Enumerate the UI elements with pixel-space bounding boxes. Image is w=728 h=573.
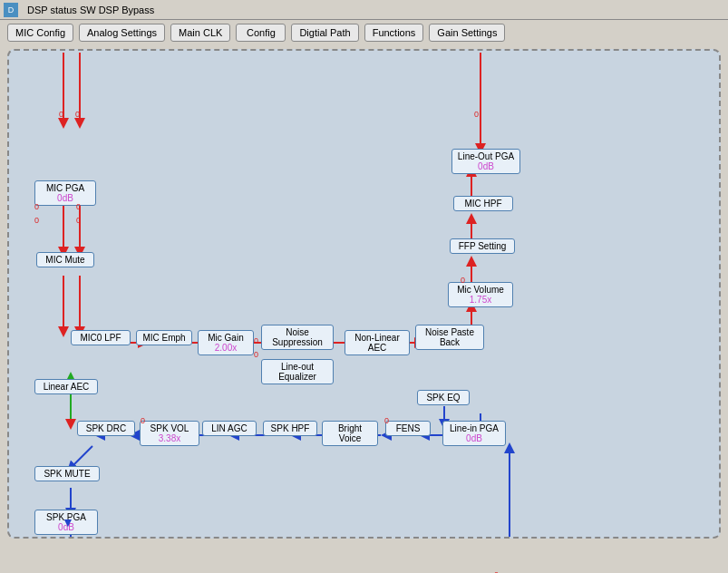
red-val-mic-pga-left: 0 bbox=[34, 202, 39, 211]
red-val-mic-pga-right: 0 bbox=[76, 202, 81, 211]
lin-agc-block[interactable]: LIN AGC bbox=[202, 421, 257, 436]
tab-functions[interactable]: Functions bbox=[364, 24, 424, 42]
main-area: Line-Out PGA 0dB MIC HPF FFP Setting Mic… bbox=[7, 49, 721, 539]
tab-digital-path[interactable]: Digtial Path bbox=[291, 24, 358, 42]
title-bar: D DSP status SW DSP Bypass bbox=[0, 0, 728, 20]
red-val-top-left-1: 0 bbox=[59, 110, 63, 119]
mic-hpf-block[interactable]: MIC HPF bbox=[453, 196, 513, 211]
noise-paste-back-block[interactable]: Noise Paste Back bbox=[415, 325, 484, 350]
noise-suppression-block[interactable]: Noise Suppression bbox=[261, 325, 334, 350]
fens-block[interactable]: FENS bbox=[385, 421, 431, 436]
mic0-lpf-block[interactable]: MIC0 LPF bbox=[71, 330, 131, 345]
spk-mute-block[interactable]: SPK MUTE bbox=[34, 466, 100, 481]
mic-mute-block[interactable]: MIC Mute bbox=[36, 252, 94, 267]
red-val-noise-bot: 0 bbox=[254, 350, 258, 359]
spk-hpf-block[interactable]: SPK HPF bbox=[263, 421, 317, 436]
bottom-left-arrow: ▼ bbox=[62, 515, 74, 529]
red-val-fens: 0 bbox=[384, 416, 389, 425]
red-val-mic-vol: 0 bbox=[461, 276, 465, 285]
red-val-top-left-2: 0 bbox=[75, 110, 80, 119]
red-val-mic-pga-right2: 0 bbox=[76, 216, 81, 225]
arrows-overlay bbox=[9, 51, 719, 537]
red-val-noise-top: 0 bbox=[254, 336, 258, 345]
tab-main-clk[interactable]: Main CLK bbox=[170, 24, 230, 42]
toolbar: MIC Config Analog Settings Main CLK Conf… bbox=[0, 20, 728, 45]
bright-voice-block[interactable]: Bright Voice bbox=[322, 421, 378, 446]
line-out-eq-block[interactable]: Line-out Equalizer bbox=[261, 359, 334, 384]
non-linear-aec-block[interactable]: Non-Linear AEC bbox=[345, 330, 410, 355]
svg-line-26 bbox=[71, 446, 92, 468]
tab-analog-settings[interactable]: Analog Settings bbox=[79, 24, 165, 42]
spk-vol-block[interactable]: SPK VOL 3.38x bbox=[140, 421, 199, 446]
mic-pga-block[interactable]: MIC PGA 0dB bbox=[34, 180, 96, 206]
ffp-setting-block[interactable]: FFP Setting bbox=[450, 238, 515, 254]
red-val-mic-pga-left2: 0 bbox=[34, 216, 39, 225]
tab-mic-config[interactable]: MIC Config bbox=[7, 24, 73, 42]
line-out-pga-block[interactable]: Line-Out PGA 0dB bbox=[451, 149, 520, 174]
red-val-spkvol: 0 bbox=[141, 416, 145, 425]
linear-aec-block[interactable]: Linear AEC bbox=[34, 379, 98, 394]
spk-drc-block[interactable]: SPK DRC bbox=[77, 421, 135, 436]
tab-config[interactable]: Config bbox=[236, 24, 286, 42]
spk-eq-block[interactable]: SPK EQ bbox=[417, 390, 470, 405]
title-text: DSP status SW DSP Bypass bbox=[27, 5, 154, 15]
mic-volume-block[interactable]: Mic Volume 1.75x bbox=[448, 282, 513, 307]
mic-gain-block[interactable]: Mic Gain 2.00x bbox=[198, 330, 254, 355]
line-in-pga-block[interactable]: Line-in PGA 0dB bbox=[442, 421, 506, 446]
red-val-top-right: 0 bbox=[474, 110, 479, 119]
tab-gain-settings[interactable]: Gain Settings bbox=[429, 24, 505, 42]
dsp-icon: D bbox=[4, 3, 18, 17]
mic-emph-block[interactable]: MIC Emph bbox=[136, 330, 192, 345]
